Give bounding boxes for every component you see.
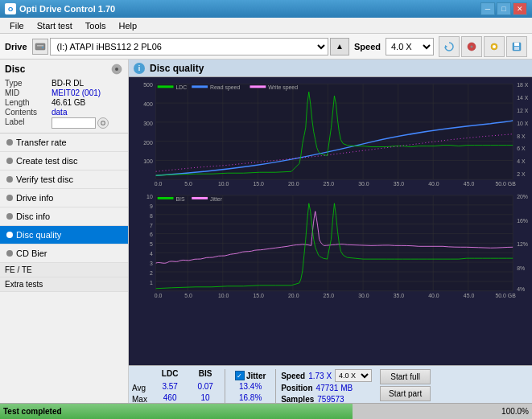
svg-text:LDC: LDC [175,84,187,90]
svg-text:Write speed: Write speed [268,84,298,91]
sidebar-btn-disc-quality[interactable]: Disc quality [0,226,128,244]
svg-rect-104 [192,197,208,199]
speed-label: Speed [281,372,305,380]
settings-button[interactable] [484,36,505,57]
svg-text:5: 5 [150,241,153,247]
svg-text:500: 500 [143,82,153,88]
bis-avg: 0.07 [197,382,212,393]
svg-text:45.0: 45.0 [464,293,475,298]
sidebar: Disc Type BD-R DL MID MEIT02 (001) Lengt… [0,60,129,419]
svg-text:35.0: 35.0 [394,293,405,298]
disc-contents-val: data [52,108,67,117]
svg-text:6 X: 6 X [517,146,526,152]
svg-text:2: 2 [150,270,153,276]
toolbar-icons [439,36,527,57]
svg-text:0.0: 0.0 [155,293,163,298]
sidebar-btn-create-test[interactable]: Create test disc [0,152,128,170]
svg-text:50.0 GB: 50.0 GB [495,293,516,298]
svg-text:300: 300 [143,121,153,126]
sidebar-btn-dot [6,213,13,220]
svg-text:20%: 20% [517,194,528,199]
disc-button[interactable] [461,36,482,57]
disc-mid-val: MEIT02 (001) [52,88,101,97]
menu-file[interactable]: File [3,19,31,32]
start-full-button[interactable]: Start full [380,369,431,384]
start-part-button[interactable]: Start part [380,386,431,401]
sidebar-btn-label: Create test disc [16,156,77,166]
chart-header: i Disc quality [129,60,532,77]
jitter-header: Jitter [246,372,266,380]
svg-text:40.0: 40.0 [428,293,439,298]
svg-text:0.0: 0.0 [155,181,163,187]
app-title: Opti Drive Control 1.70 [19,4,480,14]
svg-text:10.0: 10.0 [218,181,229,187]
ldc-header: LDC [162,369,179,382]
jitter-check-row: ✓ Jitter [235,369,266,382]
disc-label-btn[interactable] [97,117,109,129]
jitter-avg: 13.4% [239,382,262,393]
samples-label: Samples [281,395,314,404]
sidebar-btn-disc-info[interactable]: Disc info [0,207,128,226]
svg-text:10: 10 [146,194,153,199]
speed-select[interactable]: 4.0 X [335,369,372,382]
menu-tools[interactable]: Tools [79,19,113,32]
maximize-button[interactable]: □ [497,2,511,15]
minimize-button[interactable]: ─ [480,2,495,15]
sidebar-btn-label: CD Bier [16,249,47,258]
jitter-checkbox[interactable]: ✓ [235,371,245,380]
svg-marker-3 [445,45,447,48]
speed-select[interactable]: 4.0 X [386,38,434,55]
svg-rect-0 [35,43,45,50]
svg-text:12%: 12% [517,241,528,247]
svg-text:6: 6 [150,232,153,237]
sidebar-btn-cd-bier[interactable]: CD Bier [0,244,128,263]
progress-labels: Test completed 100.0% [0,404,532,419]
drive-icon [32,39,48,55]
ldc-avg: 3.57 [162,382,177,393]
position-label: Position [281,384,312,392]
refresh-button[interactable] [439,36,460,57]
main-area: Disc Type BD-R DL MID MEIT02 (001) Lengt… [0,60,532,419]
menu-help[interactable]: Help [112,19,143,32]
sidebar-btn-dot [6,250,13,257]
svg-text:7: 7 [150,223,153,228]
menu-start-test[interactable]: Start test [31,19,79,32]
sidebar-btn-verify-test[interactable]: Verify test disc [0,170,128,189]
disc-contents-row: Contents data [5,108,123,117]
sidebar-fe-te[interactable]: FE / TE [0,263,128,277]
sidebar-extra-tests[interactable]: Extra tests [0,277,128,292]
disc-mid-row: MID MEIT02 (001) [5,88,123,97]
svg-rect-1 [37,45,43,47]
disc-label-row: Label [5,117,123,129]
svg-text:9: 9 [150,203,153,209]
svg-point-5 [471,45,473,47]
svg-point-2 [42,47,43,48]
svg-text:18 X: 18 X [517,82,529,88]
avg-label: Avg [132,382,149,393]
svg-rect-102 [158,197,174,199]
sidebar-btn-transfer-rate[interactable]: Transfer rate [0,134,128,152]
svg-text:45.0: 45.0 [464,181,475,187]
svg-text:8%: 8% [517,265,525,271]
progress-value: 100.0% [501,407,529,416]
drive-select[interactable]: (I:) ATAPI iHBS112 2 PL06 [50,38,328,55]
menu-bar: File Start test Tools Help [0,18,532,34]
disc-header: Disc [5,63,123,76]
svg-text:10 X: 10 X [517,121,529,126]
sidebar-btn-dot [6,232,13,238]
disc-label-input[interactable] [52,117,96,129]
app-icon: O [5,3,16,14]
eject-button[interactable]: ▲ [330,38,349,55]
charts-container: 500 400 300 200 100 18 X 14 X 12 X 10 X … [129,77,532,365]
svg-text:Jitter: Jitter [210,196,223,202]
disc-panel: Disc Type BD-R DL MID MEIT02 (001) Lengt… [0,60,128,134]
svg-text:4: 4 [150,251,153,257]
sidebar-btn-drive-info[interactable]: Drive info [0,189,128,207]
svg-text:3: 3 [150,261,153,266]
window-controls: ─ □ ✕ [480,2,527,15]
close-button[interactable]: ✕ [513,2,527,15]
svg-text:8 X: 8 X [517,134,526,139]
svg-text:10.0: 10.0 [218,293,229,298]
svg-text:8: 8 [150,213,153,219]
save-button[interactable] [506,36,527,57]
